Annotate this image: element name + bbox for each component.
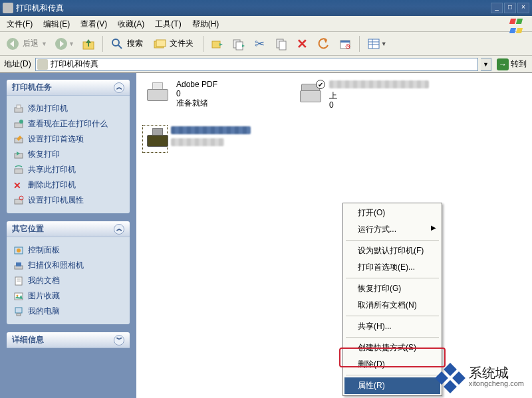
content-pane[interactable]: Adobe PDF 0 准备就绪 ✔ 上 0: [136, 73, 532, 398]
maximize-button[interactable]: □: [504, 3, 516, 13]
context-separator: [346, 337, 439, 338]
sidebar-item-preferences[interactable]: 设置打印首选项: [12, 132, 124, 147]
go-arrow-icon: →: [497, 58, 509, 70]
ctx-share[interactable]: 共享(H)...: [344, 318, 440, 335]
sidebar-item-properties[interactable]: 设置打印机属性: [12, 193, 124, 208]
svg-point-3: [112, 39, 119, 46]
ctx-resume[interactable]: 恢复打印(G): [344, 280, 440, 297]
printer-item-default-fax[interactable]: ✔ 上 0: [295, 78, 434, 111]
default-check-icon: ✔: [316, 80, 325, 89]
svg-rect-36: [15, 308, 22, 313]
copy-to-icon: [231, 37, 246, 51]
sidebar-item-my-documents[interactable]: 我的文档: [12, 273, 124, 288]
move-to-button[interactable]: [207, 35, 227, 53]
svg-rect-11: [279, 41, 286, 50]
sidebar-item-resume[interactable]: 恢复打印: [12, 147, 124, 162]
printer-icon: [143, 126, 167, 152]
ctx-properties[interactable]: 属性(R): [344, 377, 440, 394]
undo-button[interactable]: [314, 35, 334, 53]
svg-rect-9: [236, 42, 243, 50]
address-input[interactable]: 打印机和传真: [35, 58, 478, 71]
panel-printer-tasks: 打印机任务 ︽ 添加打印机 查看现在正在打印什么 设置打印首选项 恢复打印 共享…: [7, 80, 130, 213]
minimize-button[interactable]: _: [491, 3, 503, 13]
ctx-run-as[interactable]: 运行方式...▶: [344, 221, 440, 238]
up-button[interactable]: [78, 35, 98, 53]
address-dropdown-button[interactable]: ▼: [481, 58, 491, 71]
menu-view[interactable]: 查看(V): [75, 17, 112, 31]
sidebar-item-my-computer[interactable]: 我的电脑: [12, 304, 124, 319]
svg-point-21: [19, 120, 23, 124]
delete-button[interactable]: ✕: [293, 35, 313, 53]
app-icon: [3, 3, 13, 13]
ctx-delete[interactable]: 删除(D): [344, 356, 440, 373]
svg-rect-14: [368, 39, 379, 49]
watermark-brand: 系统城: [469, 367, 524, 378]
menu-favorites[interactable]: 收藏(A): [112, 17, 150, 31]
printer-folder-icon: [37, 59, 48, 70]
panel-header[interactable]: 其它位置 ︽: [7, 221, 130, 237]
sidebar-item-delete[interactable]: ✕删除此打印机: [12, 177, 124, 193]
printer-item-selected[interactable]: [142, 124, 281, 153]
menu-help[interactable]: 帮助(H): [187, 17, 225, 31]
ctx-open[interactable]: 打开(O): [344, 205, 440, 221]
printer-name-blurred: [329, 80, 429, 88]
menu-tools[interactable]: 工具(T): [150, 17, 186, 31]
separator: [203, 36, 203, 52]
svg-rect-30: [16, 262, 21, 266]
sidebar-item-pictures[interactable]: 图片收藏: [12, 288, 124, 304]
chevron-up-icon: ︽: [114, 82, 124, 93]
menu-bar: 文件(F) 编辑(E) 查看(V) 收藏(A) 工具(T) 帮助(H): [0, 16, 532, 32]
watermark-logo-icon: [437, 365, 464, 391]
close-button[interactable]: ×: [517, 3, 529, 13]
properties-icon: [338, 37, 352, 51]
svg-point-28: [17, 249, 21, 252]
back-button[interactable]: 后退 ▼: [3, 35, 50, 53]
chevron-up-icon: ︽: [114, 224, 124, 235]
search-button[interactable]: 搜索: [107, 35, 148, 53]
forward-button[interactable]: ▼: [51, 35, 77, 53]
separator: [102, 36, 103, 52]
menu-file[interactable]: 文件(F): [1, 17, 38, 31]
folders-icon: [152, 37, 167, 51]
sidebar-item-scanner[interactable]: 扫描仪和照相机: [12, 258, 124, 273]
ctx-set-default[interactable]: 设为默认打印机(F): [344, 243, 440, 259]
printer-queue-count: 0: [176, 89, 217, 98]
address-value: 打印机和传真: [51, 58, 98, 70]
cut-button[interactable]: ✂: [250, 35, 270, 53]
sidebar-item-view-queue[interactable]: 查看现在正在打印什么: [12, 116, 124, 132]
panel-details: 详细信息 ︾: [7, 332, 130, 348]
chevron-down-icon: ▼: [68, 41, 74, 47]
sidebar-item-share[interactable]: 共享此打印机: [12, 162, 124, 177]
printer-queue-icon: [13, 119, 24, 130]
sidebar-item-control-panel[interactable]: 控制面板: [12, 243, 124, 258]
panel-body: 添加打印机 查看现在正在打印什么 设置打印首选项 恢复打印 共享此打印机 ✕删除…: [7, 96, 130, 213]
forward-icon: [54, 37, 68, 51]
watermark-url: xitongcheng.com: [469, 378, 524, 389]
ctx-preferences[interactable]: 打印首选项(E)...: [344, 259, 440, 276]
printer-queue-count: 0: [329, 100, 429, 110]
panel-header[interactable]: 详细信息 ︾: [7, 332, 130, 348]
properties-button[interactable]: [335, 35, 355, 53]
svg-line-4: [118, 45, 122, 49]
delete-x-icon: ✕: [295, 37, 310, 51]
printer-pref-icon: [13, 134, 24, 145]
context-separator: [346, 375, 439, 375]
ctx-cancel-all[interactable]: 取消所有文档(N): [344, 297, 440, 314]
sidebar-item-add-printer[interactable]: 添加打印机: [12, 101, 124, 116]
printer-share-icon: [13, 165, 24, 175]
context-menu: 打开(O) 运行方式...▶ 设为默认打印机(F) 打印首选项(E)... 恢复…: [342, 203, 442, 396]
menu-edit[interactable]: 编辑(E): [38, 17, 75, 31]
move-to-icon: [210, 37, 225, 51]
submenu-arrow-icon: ▶: [431, 224, 436, 231]
panel-header[interactable]: 打印机任务 ︽: [7, 80, 130, 96]
main-area: 打印机任务 ︽ 添加打印机 查看现在正在打印什么 设置打印首选项 恢复打印 共享…: [0, 73, 532, 398]
printer-item-adobe-pdf[interactable]: Adobe PDF 0 准备就绪: [142, 78, 281, 111]
views-button[interactable]: ▼: [364, 35, 390, 53]
folders-button[interactable]: 文件夹: [150, 35, 199, 53]
copy-button[interactable]: [271, 35, 291, 53]
svg-rect-20: [15, 123, 23, 128]
ctx-create-shortcut[interactable]: 创建快捷方式(S): [344, 340, 440, 356]
folder-up-icon: [81, 37, 96, 51]
copy-to-button[interactable]: [229, 35, 249, 53]
go-button[interactable]: → 转到: [494, 58, 529, 70]
